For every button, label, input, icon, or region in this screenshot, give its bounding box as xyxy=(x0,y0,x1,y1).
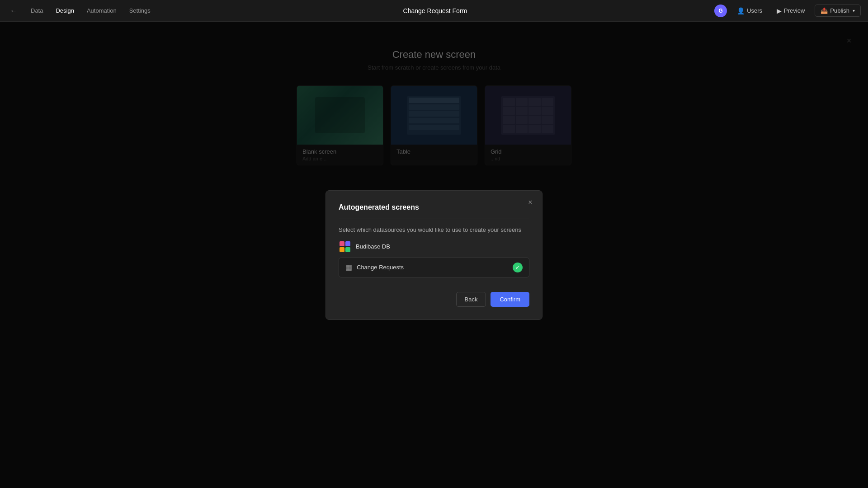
modal-close-button[interactable]: × xyxy=(525,197,536,208)
preview-icon: ▶ xyxy=(777,7,782,14)
confirm-button[interactable]: Confirm xyxy=(491,292,529,307)
nav-item-automation[interactable]: Automation xyxy=(81,5,122,17)
publish-chevron-icon: ▾ xyxy=(853,8,855,13)
back-icon: ← xyxy=(10,7,17,15)
budi-q1 xyxy=(340,241,344,246)
back-button[interactable]: ← xyxy=(7,5,20,17)
modal-overlay: × Autogenerated screens Select which dat… xyxy=(0,22,868,488)
modal-divider xyxy=(339,219,529,219)
nav-item-data[interactable]: Data xyxy=(25,5,48,17)
budi-q2 xyxy=(345,241,350,246)
avatar: G xyxy=(714,5,727,17)
autogenerated-screens-modal: × Autogenerated screens Select which dat… xyxy=(326,190,542,320)
nav-item-settings[interactable]: Settings xyxy=(124,5,156,17)
publish-button[interactable]: 📤 Publish ▾ xyxy=(815,5,861,17)
datasource-name: Budibase DB xyxy=(356,243,390,250)
check-circle-icon: ✓ xyxy=(513,263,523,272)
budibase-icon xyxy=(339,240,351,253)
topbar: ← Data Design Automation Settings Change… xyxy=(0,0,868,22)
budi-q4 xyxy=(345,247,350,252)
datasource-header: Budibase DB xyxy=(339,240,529,253)
main-area: × Create new screen Start from scratch o… xyxy=(0,22,868,488)
users-button[interactable]: 👤 Users xyxy=(732,5,767,17)
modal-title: Autogenerated screens xyxy=(339,203,529,211)
nav-item-design[interactable]: Design xyxy=(50,5,79,17)
table-option-name: Change Requests xyxy=(357,264,508,271)
page-title: Change Request Form xyxy=(160,7,711,14)
publish-icon: 📤 xyxy=(821,7,828,14)
table-option-change-requests[interactable]: ▦ Change Requests ✓ xyxy=(339,258,529,277)
topbar-right: G 👤 Users ▶ Preview 📤 Publish ▾ xyxy=(714,5,861,17)
table-option-icon: ▦ xyxy=(345,263,352,272)
modal-footer: Back Confirm xyxy=(339,292,529,307)
back-button[interactable]: Back xyxy=(456,292,486,307)
preview-button[interactable]: ▶ Preview xyxy=(772,5,809,17)
users-icon: 👤 xyxy=(737,7,745,14)
modal-subtitle: Select which datasources you would like … xyxy=(339,226,529,233)
budi-q3 xyxy=(340,247,344,252)
top-nav: Data Design Automation Settings xyxy=(25,5,156,17)
